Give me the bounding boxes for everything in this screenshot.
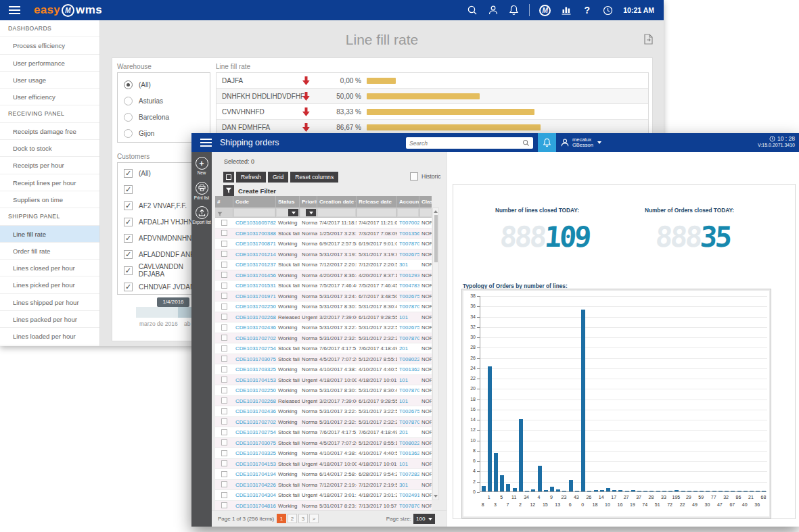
sidebar-item-user-performance[interactable]: User performance	[0, 55, 99, 72]
order-account-link[interactable]: T002675	[397, 291, 419, 301]
column-header-code[interactable]: Code	[233, 196, 276, 208]
sidebar-item-process-efficiency[interactable]: Process efficiency	[0, 37, 99, 54]
filter-cell-account[interactable]	[397, 208, 419, 217]
row-select-cell[interactable]	[215, 459, 233, 469]
sidebar-item-lines-shipped-per-hour[interactable]: Lines shipped per hour	[0, 294, 99, 311]
sidebar-item-receipt-lines-per-hour[interactable]: Receipt lines per hour	[0, 174, 99, 191]
search-input[interactable]	[409, 140, 522, 147]
order-code-link[interactable]: CDE1031703075	[233, 354, 276, 364]
order-account-link[interactable]: T007870	[397, 333, 419, 343]
row-checkbox[interactable]	[221, 335, 227, 341]
row-checkbox[interactable]	[221, 220, 227, 226]
row-select-cell[interactable]	[215, 469, 233, 479]
order-account-link[interactable]: T007870	[397, 501, 419, 511]
order-code-link[interactable]: CDE1031702754	[233, 427, 276, 437]
vertical-scrollbar[interactable]	[432, 208, 439, 500]
row-select-cell[interactable]	[215, 364, 233, 374]
order-code-link[interactable]: CDE1031703325	[233, 364, 276, 374]
filter-cell-blank[interactable]	[215, 208, 233, 217]
filter-input[interactable]	[420, 209, 431, 216]
print-list-button[interactable]: Print list	[194, 182, 209, 201]
sidebar-item-user-usage[interactable]: User usage	[0, 72, 99, 89]
order-account-link[interactable]: T008022	[397, 354, 419, 364]
column-header-creation-date[interactable]: Creation date	[317, 196, 357, 208]
row-select-cell[interactable]	[215, 228, 233, 239]
filter-dropdown-button[interactable]	[288, 209, 298, 216]
filter-cell-class[interactable]	[419, 208, 432, 217]
order-account-link[interactable]: T001362	[397, 364, 419, 374]
order-code-link[interactable]: CDE1031704194	[233, 469, 276, 479]
sidebar-item-user-efficiency[interactable]: User efficiency	[0, 89, 99, 105]
row-select-cell[interactable]	[215, 448, 233, 458]
row-select-cell[interactable]	[215, 291, 233, 301]
order-account-link[interactable]: T001356	[397, 228, 419, 239]
order-code-link[interactable]: CDE1031700871	[233, 239, 276, 249]
warehouse-option-asturias[interactable]: Asturias	[118, 93, 210, 109]
warehouse-option-barcelona[interactable]: Barcelona	[118, 109, 210, 125]
filter-cell-status[interactable]	[276, 208, 300, 217]
row-select-cell[interactable]	[215, 480, 233, 490]
scrollbar-thumb[interactable]	[434, 215, 438, 262]
scroll-up-icon[interactable]	[434, 210, 438, 213]
row-select-cell[interactable]	[215, 270, 233, 281]
filter-funnel-button[interactable]	[223, 185, 234, 196]
help-icon[interactable]: ?	[581, 5, 593, 16]
row-checkbox[interactable]	[221, 460, 227, 466]
row-select-cell[interactable]	[215, 427, 233, 437]
column-header-status[interactable]: Status	[276, 196, 300, 208]
row-checkbox[interactable]	[221, 251, 227, 257]
order-code-link[interactable]: CDE1031702268	[233, 312, 276, 322]
reset-columns-button[interactable]: Reset columns	[290, 172, 338, 183]
row-select-cell[interactable]	[215, 490, 233, 500]
export-list-button[interactable]: Export list	[192, 206, 211, 225]
page-size-select[interactable]: 100	[413, 514, 435, 524]
row-checkbox[interactable]	[221, 314, 227, 320]
sidebar-item-order-fill-rate[interactable]: Order fill rate	[0, 243, 99, 260]
row-checkbox[interactable]	[221, 502, 227, 508]
order-account-link[interactable]: 101	[397, 396, 419, 406]
notifications-bell-icon[interactable]	[538, 133, 556, 152]
filter-input[interactable]	[318, 209, 355, 216]
row-checkbox[interactable]	[221, 492, 227, 498]
order-code-link[interactable]: CDE1031704153	[233, 459, 276, 469]
page-button-2[interactable]: 2	[288, 514, 297, 523]
row-checkbox[interactable]	[221, 304, 227, 310]
row-select-cell[interactable]	[215, 375, 233, 385]
row-select-cell[interactable]	[215, 301, 233, 312]
order-code-link[interactable]: CDE1031701214	[233, 249, 276, 260]
filter-input[interactable]	[234, 209, 275, 216]
order-account-link[interactable]: 301	[397, 480, 419, 490]
column-header-blank[interactable]: #	[215, 196, 233, 208]
order-code-link[interactable]: CDE1031702702	[233, 333, 276, 343]
sidebar-item-line-fill-rate[interactable]: Line fill rate	[0, 226, 99, 243]
row-checkbox[interactable]	[221, 418, 227, 425]
row-checkbox[interactable]	[221, 429, 227, 435]
row-checkbox[interactable]	[221, 397, 227, 404]
order-code-link[interactable]: CDE1031704816	[233, 501, 276, 511]
order-account-link[interactable]: T001293	[397, 270, 419, 281]
row-checkbox[interactable]	[221, 439, 227, 445]
row-select-cell[interactable]	[215, 281, 233, 291]
sidebar-item-receipts-per-hour[interactable]: Receipts per hour	[0, 157, 99, 174]
search-icon[interactable]	[466, 5, 478, 16]
row-select-cell[interactable]	[215, 312, 233, 322]
row-checkbox[interactable]	[221, 387, 227, 393]
filter-cell-release-date[interactable]	[357, 208, 397, 217]
filter-input[interactable]	[357, 209, 396, 216]
notifications-bell-icon[interactable]	[508, 5, 520, 16]
order-code-link[interactable]: CDE1031605782	[233, 218, 276, 228]
mecalux-logo-icon[interactable]: M	[539, 5, 551, 16]
column-header-account[interactable]: Account	[397, 196, 419, 208]
row-checkbox[interactable]	[221, 283, 227, 289]
row-select-cell[interactable]	[215, 218, 233, 228]
row-select-cell[interactable]	[215, 333, 233, 343]
sidebar-item-lines-picked-per-hour[interactable]: Lines picked per hour	[0, 276, 99, 293]
menu-icon[interactable]	[9, 6, 20, 14]
search-box[interactable]	[406, 137, 533, 149]
row-checkbox[interactable]	[221, 262, 227, 268]
order-code-link[interactable]: CDE1031701456	[233, 270, 276, 281]
historic-checkbox[interactable]: Historic	[410, 172, 441, 180]
filter-cell-code[interactable]	[233, 208, 276, 217]
new-button[interactable]: +New	[196, 157, 208, 176]
user-icon[interactable]	[487, 5, 499, 16]
